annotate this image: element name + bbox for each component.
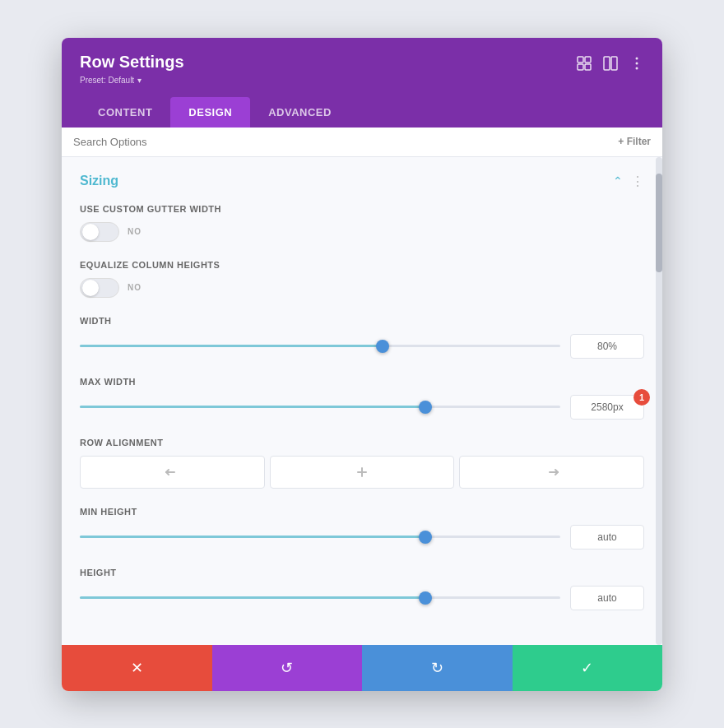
height-setting: Height auto — [80, 568, 644, 610]
gutter-width-toggle-row: NO — [80, 222, 644, 242]
max-width-slider-fill — [80, 406, 425, 408]
alignment-left-btn[interactable] — [80, 456, 265, 489]
section-header: Sizing ⌃ ⋮ — [80, 174, 644, 189]
equalize-heights-toggle[interactable] — [80, 278, 119, 298]
gutter-width-toggle-label: NO — [128, 227, 142, 236]
section-controls: ⌃ ⋮ — [613, 174, 644, 189]
svg-rect-0 — [578, 57, 583, 63]
max-width-setting: Max Width 2580px 1 — [80, 377, 644, 420]
row-alignment-label: Row Alignment — [80, 438, 644, 447]
section-collapse-icon[interactable]: ⌃ — [613, 174, 623, 188]
more-options-icon[interactable] — [629, 56, 644, 71]
row-alignment-options — [80, 456, 644, 489]
tab-content[interactable]: Content — [80, 97, 170, 128]
save-button[interactable]: ✓ — [513, 645, 663, 691]
min-height-setting: Min Height auto — [80, 507, 644, 549]
content-area: Sizing ⌃ ⋮ Use Custom Gutter Width NO E — [62, 157, 662, 645]
gutter-width-label: Use Custom Gutter Width — [80, 204, 644, 214]
modal-header: Row Settings Preset: Default ▾ — [62, 38, 662, 128]
gutter-width-setting: Use Custom Gutter Width NO — [80, 204, 644, 242]
filter-button[interactable]: + Filter — [618, 136, 651, 147]
min-height-value[interactable]: auto — [570, 525, 644, 549]
max-width-slider-row: 2580px 1 — [80, 395, 644, 420]
alignment-center-btn[interactable] — [270, 456, 455, 489]
svg-point-7 — [636, 62, 638, 64]
scrollbar-thumb[interactable] — [656, 174, 662, 272]
equalize-heights-label: Equalize Column Heights — [80, 260, 644, 270]
height-slider-row: auto — [80, 586, 644, 610]
undo-button[interactable]: ↺ — [212, 645, 363, 691]
svg-rect-2 — [578, 64, 583, 70]
max-width-slider-thumb[interactable] — [419, 401, 432, 414]
min-height-slider-track — [80, 536, 560, 538]
width-slider-track — [80, 345, 560, 347]
svg-rect-5 — [611, 57, 617, 70]
max-width-badge: 1 — [634, 389, 650, 406]
equalize-heights-toggle-knob — [82, 280, 99, 296]
modal-container: Row Settings Preset: Default ▾ — [62, 38, 662, 691]
min-height-label: Min Height — [80, 507, 644, 517]
height-label: Height — [80, 568, 644, 577]
width-slider-fill — [80, 345, 383, 347]
columns-icon[interactable] — [603, 56, 618, 71]
section-more-icon[interactable]: ⋮ — [631, 174, 644, 189]
tab-advanced[interactable]: Advanced — [250, 97, 350, 128]
max-width-value[interactable]: 2580px 1 — [570, 395, 644, 420]
max-width-slider-track — [80, 406, 560, 408]
equalize-heights-toggle-label: NO — [128, 283, 142, 292]
header-icons — [577, 56, 644, 71]
equalize-heights-toggle-row: NO — [80, 278, 644, 298]
scrollbar[interactable] — [656, 157, 662, 645]
height-slider-fill — [80, 596, 425, 599]
section-title: Sizing — [80, 174, 118, 188]
align-left-icon — [165, 466, 179, 478]
width-slider-row: 80% — [80, 334, 644, 359]
min-height-slider-row: auto — [80, 525, 644, 549]
svg-rect-1 — [585, 57, 591, 63]
max-width-slider-container — [80, 399, 560, 415]
height-slider-track — [80, 596, 560, 599]
min-height-slider-container — [80, 529, 560, 545]
equalize-heights-setting: Equalize Column Heights NO — [80, 260, 644, 298]
width-value[interactable]: 80% — [570, 334, 644, 359]
svg-point-8 — [636, 67, 638, 69]
redo-button[interactable]: ↻ — [362, 645, 513, 691]
width-label: Width — [80, 316, 644, 326]
cancel-button[interactable]: ✕ — [62, 645, 212, 691]
footer: ✕ ↺ ↻ ✓ — [62, 645, 662, 691]
tab-bar: Content Design Advanced — [80, 97, 644, 128]
min-height-slider-fill — [80, 536, 425, 538]
min-height-slider-thumb[interactable] — [419, 531, 432, 544]
width-slider-container — [80, 338, 560, 355]
content-wrapper: Sizing ⌃ ⋮ Use Custom Gutter Width NO E — [62, 157, 662, 645]
tab-design[interactable]: Design — [170, 97, 250, 128]
search-input[interactable] — [73, 136, 618, 148]
width-setting: Width 80% — [80, 316, 644, 359]
width-slider-thumb[interactable] — [376, 340, 389, 353]
align-right-icon — [545, 466, 559, 478]
preset-selector[interactable]: Preset: Default ▾ — [80, 74, 184, 86]
header-top: Row Settings Preset: Default ▾ — [80, 53, 644, 86]
row-alignment-setting: Row Alignment — [80, 438, 644, 489]
svg-rect-4 — [604, 57, 610, 70]
header-title-group: Row Settings Preset: Default ▾ — [80, 53, 184, 86]
max-width-label: Max Width — [80, 377, 644, 387]
height-slider-container — [80, 590, 560, 606]
svg-point-6 — [636, 57, 638, 59]
gutter-width-toggle-knob — [82, 224, 99, 240]
modal-title: Row Settings — [80, 53, 184, 72]
height-slider-thumb[interactable] — [419, 591, 432, 605]
gutter-width-toggle[interactable] — [80, 222, 119, 242]
alignment-right-btn[interactable] — [459, 456, 644, 489]
height-value[interactable]: auto — [570, 586, 644, 610]
expand-icon[interactable] — [577, 56, 592, 71]
align-center-icon — [355, 466, 369, 478]
svg-rect-3 — [585, 64, 591, 70]
search-bar: + Filter — [62, 128, 662, 157]
